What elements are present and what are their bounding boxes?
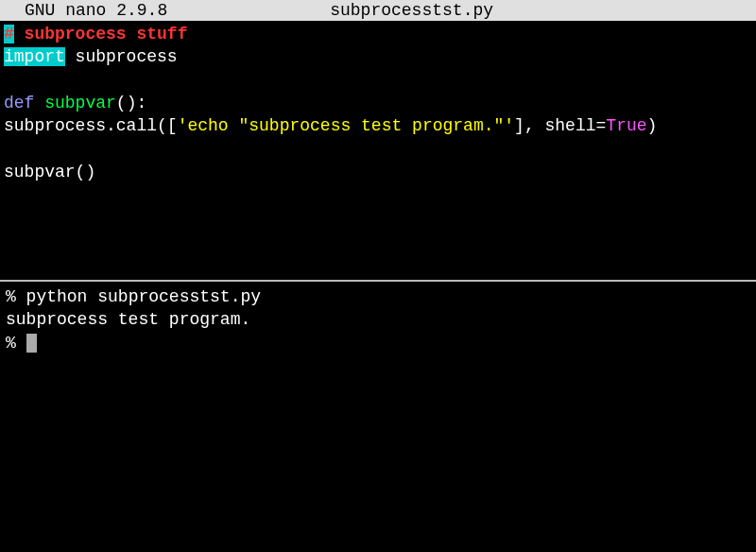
nano-header-bar: GNU nano 2.9.8 subprocesstst.py [0, 0, 756, 21]
comment-text: subprocess stuff [14, 25, 188, 43]
function-name: subpvar [44, 94, 116, 112]
string-literal: 'echo "subprocess test program."' [178, 116, 514, 135]
shell-line: % [6, 332, 750, 354]
code-line-body: subprocess.call(['echo "subprocess test … [4, 114, 752, 137]
comment-marker: # [4, 25, 14, 43]
shell-command: python subprocesstst.py [26, 287, 261, 306]
filename: subprocesstst.py [73, 1, 750, 20]
boolean-true: True [606, 116, 646, 135]
shell-prompt: % [6, 287, 26, 306]
parens: (): [116, 94, 146, 112]
code-line-funcdef: def subpvar(): [4, 92, 752, 114]
nano-editor-pane[interactable]: # subprocess stuff import subprocess def… [0, 21, 756, 185]
shell-terminal-pane[interactable]: % python subprocesstst.py subprocess tes… [0, 282, 756, 358]
keyword-import: import [4, 47, 65, 66]
code-line-comment: # subprocess stuff [4, 23, 752, 45]
keyword-def: def [4, 94, 34, 112]
code-line-blank [4, 69, 752, 92]
shell-line: % python subprocesstst.py [6, 285, 750, 308]
module-name: subprocess [65, 47, 178, 66]
shell-output: subprocess test program. [6, 308, 750, 331]
code-line-blank [4, 137, 752, 160]
shell-prompt: % [6, 334, 26, 353]
code-line-import: import subprocess [4, 45, 752, 68]
code-line-call: subpvar() [4, 161, 752, 183]
cursor-icon [26, 334, 37, 353]
